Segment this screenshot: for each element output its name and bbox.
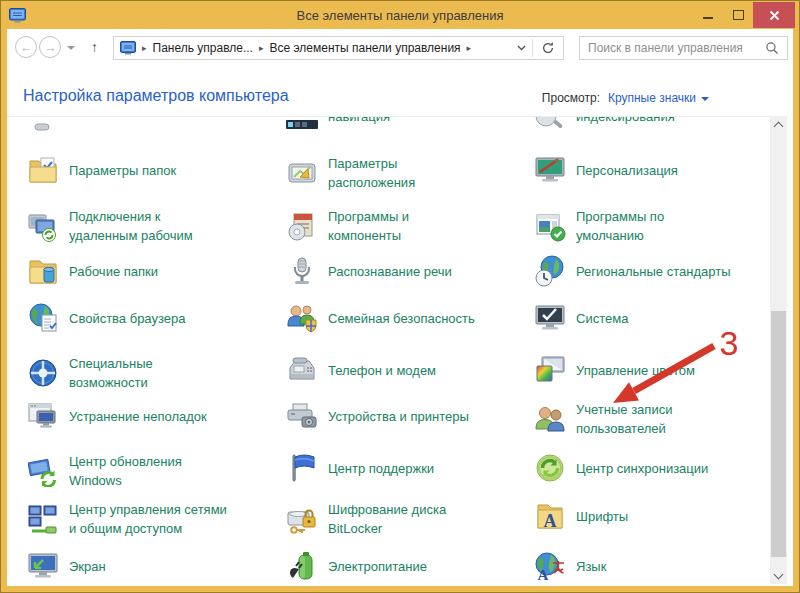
control-panel-item[interactable]: Устройства и принтеры: [286, 400, 536, 432]
control-panel-item-partial[interactable]: [27, 116, 277, 132]
page-title: Настройка параметров компьютера: [23, 87, 289, 105]
control-panel-item[interactable]: Телефон и модем: [286, 354, 536, 386]
control-panel-item[interactable]: Параметры папок: [27, 154, 277, 186]
control-panel-item[interactable]: Устранение неполадок: [27, 400, 277, 432]
control-panel-item-label: Региональные стандарты: [576, 262, 730, 281]
search-input[interactable]: [580, 41, 765, 55]
control-panel-item-label: Программы по умолчанию: [576, 207, 664, 245]
control-panel-item[interactable]: Программы по умолчанию: [534, 207, 775, 245]
search-box: [579, 36, 788, 60]
control-panel-item[interactable]: Центр поддержки: [286, 452, 536, 484]
navigation-toolbar: ← → ↑ ▸ Панель управле... ▸ Все элементы…: [7, 29, 793, 69]
control-panel-item[interactable]: Шифрование диска BitLocker: [286, 500, 536, 538]
view-by-dropdown[interactable]: Крупные значки: [608, 91, 709, 105]
color-management-icon: [534, 354, 566, 386]
control-panel-item-label: навигация: [328, 116, 390, 126]
scrollbar-thumb[interactable]: [771, 311, 786, 557]
control-panel-item[interactable]: Рабочие папки: [27, 255, 277, 287]
default-programs-icon: [534, 210, 566, 242]
control-panel-item-partial[interactable]: индексирования: [534, 116, 775, 132]
address-dropdown-button[interactable]: [510, 37, 532, 59]
control-panel-item-label: Персонализация: [576, 161, 678, 180]
up-button[interactable]: ↑: [91, 39, 98, 55]
control-panel-item[interactable]: Центр синхронизации: [534, 452, 775, 484]
control-panel-item[interactable]: Распознавание речи: [286, 255, 536, 287]
forward-button[interactable]: →: [39, 36, 61, 58]
ease-of-access-icon: [27, 357, 59, 389]
refresh-button[interactable]: [533, 37, 563, 59]
control-panel-item-label: Учетные записи пользователей: [576, 400, 672, 438]
control-panel-item[interactable]: Семейная безопасность: [286, 302, 536, 334]
titlebar: Все элементы панели управления: [1, 1, 799, 29]
control-panel-item-label: Система: [576, 309, 628, 328]
control-panel-item[interactable]: Учетные записи пользователей: [534, 400, 775, 438]
control-panel-item[interactable]: Центр обновления Windows: [27, 452, 277, 490]
control-panel-item-label: Центр поддержки: [328, 459, 434, 478]
system-icon: [534, 302, 566, 334]
language-icon: A: [534, 550, 566, 582]
close-button[interactable]: [753, 2, 795, 28]
control-panel-item-label: Экран: [69, 557, 106, 576]
control-panel-item[interactable]: Свойства браузера: [27, 302, 277, 334]
control-panel-item[interactable]: Параметры расположения: [286, 154, 536, 192]
view-by-value: Крупные значки: [608, 91, 696, 105]
control-panel-item[interactable]: Специальные возможности: [27, 354, 277, 392]
region-icon: [534, 255, 566, 287]
network-sharing-icon: [27, 503, 59, 535]
internet-options-icon: [27, 302, 59, 334]
control-panel-item[interactable]: Экран: [27, 550, 277, 582]
control-panel-item[interactable]: Управление цветом: [534, 354, 775, 386]
chevron-down-icon: [774, 569, 784, 579]
control-panel-item[interactable]: Подключения к удаленным рабочим: [27, 207, 277, 245]
control-panel-item-label: Рабочие папки: [69, 262, 158, 281]
close-icon: [769, 10, 780, 21]
scroll-up-button[interactable]: [770, 116, 787, 133]
control-panel-item-label: Телефон и модем: [328, 361, 436, 380]
control-panel-item[interactable]: Электропитание: [286, 550, 536, 582]
maximize-icon: [733, 10, 744, 20]
programs-features-icon: [286, 210, 318, 242]
breadcrumb-separator-icon: ▸: [136, 43, 153, 53]
control-panel-item[interactable]: AШрифты: [534, 500, 775, 532]
control-panel-item[interactable]: Система: [534, 302, 775, 334]
control-panel-item-label: Устранение неполадок: [69, 407, 207, 426]
indexing-options-icon: [534, 116, 566, 132]
control-panel-item-label: Свойства браузера: [69, 309, 185, 328]
control-panel-item[interactable]: AЯзык: [534, 550, 775, 582]
breadcrumb-separator-icon: ▸: [461, 43, 478, 53]
back-button[interactable]: ←: [15, 36, 37, 58]
control-panel-item[interactable]: Региональные стандарты: [534, 255, 775, 287]
control-panel-item-label: Центр обновления Windows: [69, 452, 182, 490]
recent-pages-dropdown[interactable]: [67, 46, 75, 50]
control-panel-item-label: Параметры папок: [69, 161, 176, 180]
control-panel-item-label: Семейная безопасность: [328, 309, 475, 328]
control-panel-item-label: Шрифты: [576, 507, 628, 526]
bitlocker-icon: [286, 503, 318, 535]
fonts-icon: A: [534, 500, 566, 532]
control-panel-item[interactable]: Программы и компоненты: [286, 207, 536, 245]
action-center-icon: [286, 452, 318, 484]
user-accounts-icon: [534, 403, 566, 435]
breadcrumb-control-panel[interactable]: Панель управле...: [153, 41, 253, 55]
remote-desktop-icon: [27, 210, 59, 242]
maximize-button[interactable]: [723, 2, 753, 28]
control-panel-item-label: Язык: [576, 557, 606, 576]
minimize-button[interactable]: [693, 2, 723, 28]
control-panel-item-label: Подключения к удаленным рабочим: [69, 207, 193, 245]
refresh-icon: [541, 41, 555, 55]
window-body: ← → ↑ ▸ Панель управле... ▸ Все элементы…: [7, 29, 793, 586]
breadcrumb-separator-icon: ▸: [253, 43, 270, 53]
search-icon[interactable]: [765, 41, 779, 55]
scroll-down-button[interactable]: [770, 567, 787, 584]
chevron-down-icon: [701, 97, 709, 101]
control-panel-item-partial[interactable]: навигация: [286, 116, 536, 132]
address-bar[interactable]: ▸ Панель управле... ▸ Все элементы панел…: [113, 36, 564, 60]
control-panel-item[interactable]: Центр управления сетями и общим доступом: [27, 500, 277, 538]
breadcrumb-all-items[interactable]: Все элементы панели управления: [269, 41, 460, 55]
chevron-down-icon: [517, 45, 526, 51]
control-panel-item-label: Электропитание: [328, 557, 427, 576]
scrollbar[interactable]: [770, 116, 787, 584]
control-panel-item-label: Распознавание речи: [328, 262, 452, 281]
control-panel-item-label: Программы и компоненты: [328, 207, 409, 245]
control-panel-item[interactable]: Персонализация: [534, 154, 775, 186]
